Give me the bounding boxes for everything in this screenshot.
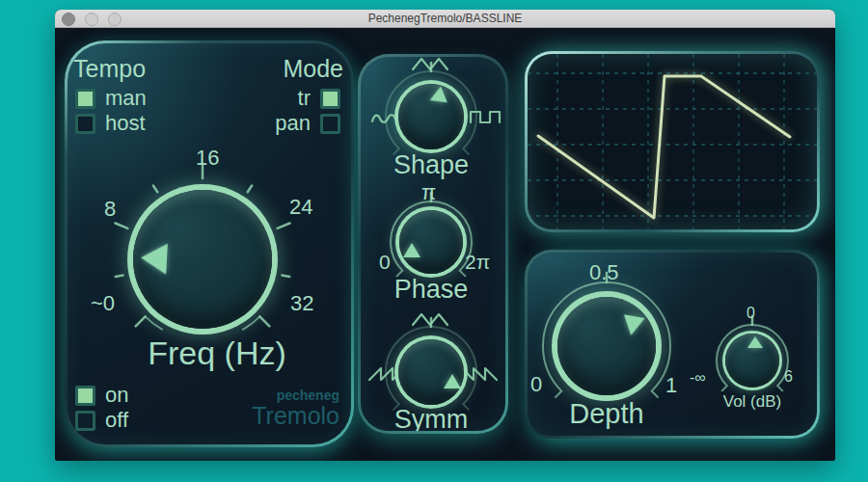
off-checkbox[interactable] (75, 411, 95, 431)
vol-knob-pointer (747, 336, 763, 348)
output-panel: 0.5 0 1 Depth 0 -∞ 6 Vol (dB) (525, 250, 820, 439)
freq-panel: Tempo man host Mode tr pan (65, 40, 354, 447)
freq-tick-16: 16 (196, 146, 219, 171)
on-label: on (105, 385, 128, 406)
plugin-content: Tempo man host Mode tr pan (55, 28, 835, 461)
branding-pecheneg: pecheneg (277, 388, 339, 403)
triangle-wave-icon (412, 57, 450, 72)
mode-option-pan[interactable]: pan (275, 113, 340, 134)
man-label: man (105, 88, 147, 109)
waveform-trace (538, 76, 790, 218)
mode-option-tr[interactable]: tr (298, 88, 340, 109)
vol-tick-start: -∞ (690, 369, 706, 387)
mode-section-label: Mode (283, 55, 343, 83)
depth-knob-label: Depth (539, 398, 674, 430)
desktop: PechenegTremolo/BASSLINE Tempo man host … (0, 0, 868, 482)
phase-knob-pointer (403, 243, 420, 257)
branding-tremolo: Tremolo (252, 402, 339, 430)
symm-knob-label: Symm (361, 405, 502, 431)
lfo-panel: Shape π 0 2π Phase (358, 54, 508, 434)
tr-checkbox[interactable] (320, 89, 340, 109)
symm-knob[interactable] (398, 339, 464, 405)
tempo-section-label: Tempo (73, 55, 146, 83)
freq-tick-32: 32 (290, 291, 313, 316)
saw-down-wave-icon (460, 365, 499, 383)
phase-knob[interactable] (399, 210, 463, 274)
host-label: host (105, 113, 146, 134)
man-checkbox[interactable] (75, 89, 95, 109)
titlebar[interactable]: PechenegTremolo/BASSLINE (55, 10, 835, 28)
freq-tick-0: ~0 (91, 291, 115, 316)
vol-tick-mid: 0 (746, 305, 755, 322)
square-wave-icon (470, 109, 502, 124)
window-title: PechenegTremolo/BASSLINE (55, 12, 835, 25)
tempo-option-man[interactable]: man (75, 88, 147, 109)
tempo-option-host[interactable]: host (75, 113, 146, 134)
pan-label: pan (275, 113, 311, 134)
off-label: off (105, 410, 128, 431)
pan-checkbox[interactable] (320, 114, 340, 134)
depth-knob[interactable] (557, 297, 656, 395)
shape-knob-label: Shape (361, 150, 502, 180)
phase-tick-2pi: 2π (465, 251, 490, 274)
depth-tick-start: 0 (530, 372, 542, 397)
symm-knob-pointer (444, 374, 461, 388)
tr-label: tr (298, 88, 311, 109)
vol-tick-end: 6 (784, 368, 793, 386)
phase-tick-pi: π (421, 180, 436, 205)
depth-tick-end: 1 (665, 373, 677, 398)
vol-knob-label: Vol (dB) (709, 392, 796, 412)
freq-knob-label: Freq (Hz) (125, 335, 309, 372)
power-option-off[interactable]: off (75, 410, 128, 431)
plugin-window: PechenegTremolo/BASSLINE Tempo man host … (55, 10, 835, 461)
phase-tick-0: 0 (379, 251, 391, 274)
on-checkbox[interactable] (75, 386, 95, 406)
depth-tick-mid: 0.5 (589, 260, 619, 285)
depth-knob-pointer (620, 314, 644, 337)
host-checkbox[interactable] (75, 114, 95, 134)
phase-knob-label: Phase (361, 275, 502, 305)
freq-knob-pointer (140, 242, 168, 274)
triangle-wave-icon (412, 312, 450, 328)
waveform-display-panel (525, 51, 820, 232)
freq-tick-8: 8 (104, 197, 116, 222)
scope-grid (528, 54, 817, 229)
power-option-on[interactable]: on (75, 385, 128, 406)
freq-tick-24: 24 (289, 195, 312, 220)
